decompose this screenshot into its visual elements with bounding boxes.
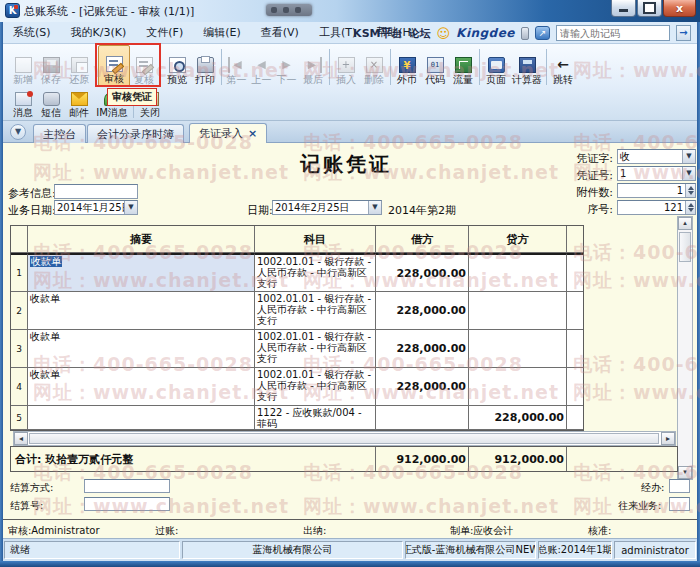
chevron-down-icon[interactable] bbox=[682, 167, 695, 180]
chevron-down-icon[interactable] bbox=[368, 201, 381, 214]
print-button[interactable]: 打印 bbox=[191, 45, 219, 87]
foreign-currency-button[interactable]: 外币 bbox=[393, 45, 421, 87]
account-cell[interactable]: 1122 - 应收账款/004 - 菲码 bbox=[255, 406, 376, 430]
summary-cell[interactable]: 收款单 bbox=[28, 368, 255, 406]
mnemonic-go-button[interactable] bbox=[676, 25, 691, 41]
summary-cell[interactable]: 收款单 bbox=[28, 253, 255, 292]
horizontal-scroll-thumb[interactable] bbox=[29, 433, 659, 444]
menu-system[interactable]: 系统(S) bbox=[3, 22, 61, 43]
audit-tooltip: 审核凭证 bbox=[107, 88, 157, 106]
row-number[interactable]: 3 bbox=[11, 330, 28, 368]
tab-list-dropdown[interactable] bbox=[10, 124, 26, 140]
business-date-combo[interactable]: 2014年1月25日 bbox=[54, 200, 138, 215]
date-combo[interactable]: 2014年2月25日 bbox=[272, 200, 382, 215]
insert-button[interactable]: 插入 bbox=[332, 45, 360, 87]
toolbar-separator bbox=[479, 49, 480, 85]
debit-cell[interactable]: 228,000.00 bbox=[376, 292, 469, 330]
scroll-down-icon[interactable] bbox=[678, 466, 692, 479]
tab-main-console[interactable]: 主控台 bbox=[33, 124, 86, 143]
credit-cell[interactable] bbox=[469, 368, 567, 406]
delete-button[interactable]: 删除 bbox=[360, 45, 388, 87]
first-button[interactable]: 第一 bbox=[224, 45, 249, 87]
previous-button[interactable]: 上一 bbox=[249, 45, 274, 87]
jump-button[interactable]: 跳转 bbox=[549, 45, 577, 87]
account-cell[interactable]: 1002.01.01 - 银行存款 - 人民币存款 - 中行高新区支行 bbox=[255, 253, 376, 292]
vertical-scroll-thumb[interactable] bbox=[679, 232, 691, 262]
scroll-up-icon[interactable] bbox=[678, 217, 692, 230]
row-number[interactable]: 4 bbox=[11, 368, 28, 406]
smiley-icon[interactable] bbox=[437, 27, 451, 40]
restore-button[interactable]: 还原 bbox=[65, 45, 93, 87]
row-number[interactable]: 2 bbox=[11, 292, 28, 330]
app-window: K 总账系统 - [记账凭证 - 审核 (1/1)] 系统(S) 我的K/3(K… bbox=[0, 0, 700, 567]
sms-button[interactable]: 短信 bbox=[37, 90, 65, 120]
row-number[interactable]: 1 bbox=[11, 253, 28, 292]
preview-button[interactable]: 预览 bbox=[163, 45, 191, 87]
mnemonic-input[interactable] bbox=[556, 25, 670, 41]
credit-cell[interactable] bbox=[469, 330, 567, 368]
horizontal-scrollbar[interactable] bbox=[13, 431, 676, 446]
new-button[interactable]: 新增 bbox=[9, 45, 37, 87]
account-cell[interactable]: 1002.01.01 - 银行存款 - 人民币存款 - 中行高新区支行 bbox=[255, 368, 376, 406]
debit-cell[interactable]: 228,000.00 bbox=[376, 253, 469, 292]
calculator-button[interactable]: 计算器 bbox=[510, 45, 544, 87]
messenger-icon[interactable] bbox=[535, 26, 550, 40]
sequence-no-spinner[interactable]: 121 bbox=[617, 200, 696, 215]
voucher-no-combo[interactable]: 1 bbox=[617, 166, 696, 181]
settle-no-input[interactable] bbox=[84, 497, 170, 511]
forum-link[interactable]: 论坛 bbox=[409, 26, 431, 41]
menu-edit[interactable]: 编辑(E) bbox=[193, 22, 251, 43]
agent-input[interactable] bbox=[669, 479, 690, 493]
close-button[interactable] bbox=[663, 0, 696, 17]
credit-cell[interactable] bbox=[469, 292, 567, 330]
spinner-arrows-icon[interactable] bbox=[685, 201, 695, 214]
status-user: administrator bbox=[614, 541, 696, 559]
tab-voucher-entry[interactable]: 凭证录入× bbox=[189, 123, 267, 143]
page-button[interactable]: 页面 bbox=[482, 45, 510, 87]
mobile-icon[interactable] bbox=[521, 27, 529, 40]
current-business-label: 往来业务: bbox=[618, 499, 661, 513]
code-button[interactable]: 代码 bbox=[421, 45, 449, 87]
menu-view[interactable]: 查看(V) bbox=[251, 22, 309, 43]
ksm-platform-link[interactable]: KSM平台 bbox=[353, 26, 402, 41]
account-cell[interactable]: 1002.01.01 - 银行存款 - 人民币存款 - 中行高新区支行 bbox=[255, 330, 376, 368]
credit-cell[interactable] bbox=[469, 253, 567, 292]
tab-journal-list[interactable]: 会计分录序时簿 bbox=[87, 124, 184, 143]
menu-my-k3[interactable]: 我的K/3(K) bbox=[61, 22, 137, 43]
credit-cell[interactable]: 228,000.00 bbox=[469, 406, 567, 430]
scroll-left-icon[interactable] bbox=[14, 432, 28, 445]
save-icon bbox=[43, 57, 60, 73]
summary-cell[interactable]: 收款单 bbox=[28, 292, 255, 330]
voucher-word-label: 凭证字: bbox=[561, 151, 613, 166]
summary-cell[interactable]: 收款单 bbox=[28, 330, 255, 368]
minimize-button[interactable] bbox=[611, 0, 636, 17]
menu-file[interactable]: 文件(F) bbox=[136, 22, 193, 43]
cashflow-button[interactable]: 流量 bbox=[449, 45, 477, 87]
vertical-scrollbar[interactable] bbox=[677, 216, 693, 480]
debit-cell[interactable]: 228,000.00 bbox=[376, 330, 469, 368]
account-cell[interactable]: 1002.01.01 - 银行存款 - 人民币存款 - 中行高新区支行 bbox=[255, 292, 376, 330]
scroll-right-icon[interactable] bbox=[661, 432, 675, 445]
spinner-arrows-icon[interactable] bbox=[685, 184, 695, 197]
maximize-button[interactable] bbox=[637, 0, 662, 17]
current-business-input[interactable] bbox=[669, 497, 690, 511]
next-button[interactable]: 下一 bbox=[274, 45, 299, 87]
tab-close-icon[interactable]: × bbox=[248, 127, 257, 140]
filler-cell bbox=[567, 292, 583, 330]
mail-button[interactable]: 邮件 bbox=[65, 90, 93, 120]
debit-cell[interactable]: 228,000.00 bbox=[376, 368, 469, 406]
chevron-down-icon[interactable] bbox=[682, 150, 695, 163]
last-button[interactable]: 最后 bbox=[299, 45, 327, 87]
summary-cell[interactable] bbox=[28, 406, 255, 430]
save-button[interactable]: 保存 bbox=[37, 45, 65, 87]
attachment-count-spinner[interactable]: 1 bbox=[617, 183, 696, 198]
voucher-word-combo[interactable]: 收 bbox=[617, 149, 696, 164]
sequence-no-label: 序号: bbox=[561, 202, 613, 217]
reference-input[interactable] bbox=[54, 184, 138, 199]
debit-cell[interactable] bbox=[376, 406, 469, 430]
row-number[interactable]: 5 bbox=[11, 406, 28, 430]
filler-cell bbox=[567, 330, 583, 368]
settle-method-input[interactable] bbox=[84, 479, 170, 493]
chevron-down-icon[interactable] bbox=[124, 201, 137, 214]
message-button[interactable]: 消息 bbox=[9, 90, 37, 120]
